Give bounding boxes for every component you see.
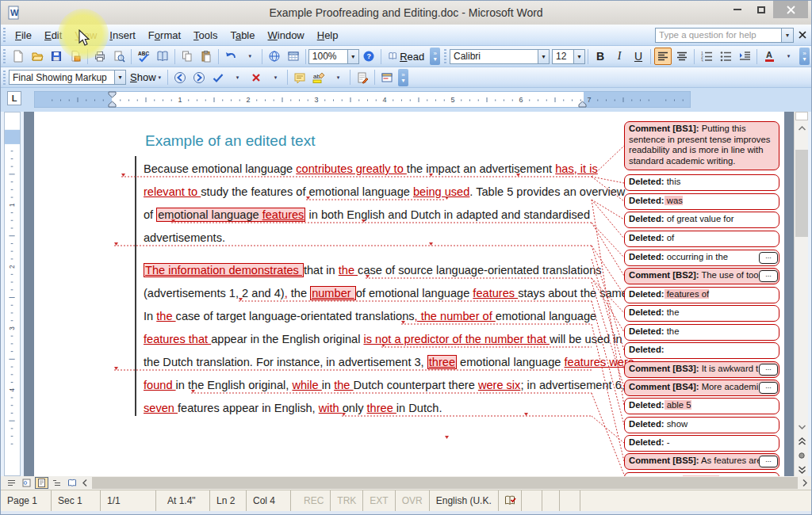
menu-item-window[interactable]: Window [262,27,311,44]
menu-item-help[interactable]: Help [311,27,345,44]
numbering-button[interactable]: 123 [698,48,715,65]
next-page-button[interactable] [795,464,808,476]
font-size-select[interactable]: 12 ▾ [552,49,585,64]
minimize-button[interactable] [726,1,749,18]
spelling-grammar-button[interactable]: ABC [135,48,152,65]
bold-button[interactable]: B [592,48,609,65]
deleted-balloon[interactable]: Deleted: features of [624,287,779,303]
deleted-balloon[interactable]: Deleted: the [624,324,779,341]
comment-anchor[interactable]: The information demonstrates [144,263,304,277]
balloon-more-button[interactable]: ... [759,252,778,264]
align-center-button[interactable] [673,48,691,65]
font-color-dropdown-arrow[interactable]: ▾ [779,48,797,65]
comment-balloon[interactable]: Comment [BS5]: As features are... [624,453,779,470]
next-change-button[interactable] [190,69,208,86]
scroll-right-button[interactable] [799,477,811,489]
underline-button[interactable]: U [630,48,647,65]
balloon-more-button[interactable]: ... [759,456,778,467]
help-button[interactable]: ? [360,48,377,65]
normal-view-button[interactable] [5,477,18,489]
font-select[interactable]: Calibri ▾ [450,49,550,64]
reviewing-toolbar-grip[interactable] [3,71,6,85]
previous-page-button[interactable] [795,435,808,448]
help-dropdown-arrow[interactable]: ▾ [782,28,794,43]
horizontal-ruler[interactable]: 1234567 [34,91,691,108]
scroll-down-button[interactable] [795,421,808,433]
maximize-button[interactable] [749,1,773,18]
menubar-close-icon[interactable] [799,31,806,39]
deleted-balloon[interactable]: Deleted: this [624,174,779,191]
menu-item-edit[interactable]: Edit [38,27,68,44]
formatting-toolbar-grip[interactable] [444,49,446,63]
scroll-left-button[interactable] [79,477,91,489]
comment-balloon[interactable]: Comment [BS1]: Putting this sentence in … [624,121,779,170]
comment-anchor[interactable]: three [427,355,457,369]
comment-balloon[interactable]: Comment [BS4]: More academi... [624,380,779,396]
bullets-button[interactable] [717,48,734,65]
status-rec-toggle[interactable]: REC [297,490,331,511]
deleted-balloon[interactable]: Deleted: of [624,231,779,247]
zoom-select[interactable]: 100% ▾ [308,49,359,64]
paste-button[interactable] [197,48,215,65]
reject-change-button[interactable] [247,69,265,86]
vertical-scroll-thumb[interactable] [795,150,808,237]
web-layout-view-button[interactable] [20,477,33,489]
paragraph[interactable]: The information demonstrates that in the… [144,259,637,420]
toolbar-options-chevron[interactable]: »▾ [430,48,440,65]
open-button[interactable] [29,48,46,65]
help-question-input[interactable] [655,28,782,43]
scroll-up-button[interactable] [795,122,808,135]
undo-dropdown-arrow[interactable]: ▾ [241,48,259,65]
reject-change-dropdown[interactable]: ▾ [266,69,284,86]
display-for-review-select[interactable]: Final Showing Markup ▾ [9,70,126,85]
accept-change-button[interactable] [209,69,227,86]
deleted-balloon[interactable]: Deleted: show [624,417,779,433]
deleted-balloon[interactable]: Deleted: [624,342,779,359]
menu-item-insert[interactable]: Insert [103,27,142,44]
deleted-balloon[interactable]: Deleted: occurring in the... [624,250,779,266]
reading-layout-view-button[interactable] [65,477,79,489]
paragraph[interactable]: Because emotional language contributes g… [144,158,637,250]
print-preview-button[interactable] [110,48,128,65]
reviewing-pane-button[interactable] [378,69,396,86]
research-button[interactable] [154,48,171,65]
comment-anchor[interactable]: emotional language features [156,208,305,222]
deleted-balloon[interactable]: Deleted: was [624,193,779,210]
insert-hyperlink-button[interactable] [266,48,283,65]
toolbar-options-chevron[interactable]: »▾ [398,69,408,86]
deleted-balloon[interactable]: Deleted: - [624,435,779,452]
print-layout-view-button[interactable] [35,477,48,489]
deleted-balloon[interactable]: Deleted: able 5 [624,398,779,414]
spelling-status-icon[interactable] [499,490,522,511]
menu-item-file[interactable]: File [9,27,38,44]
status-ovr-toggle[interactable]: OVR [396,490,430,511]
font-color-button[interactable]: A [760,48,778,65]
status-trk-toggle[interactable]: TRK [331,490,363,511]
balloon-more-button[interactable]: ... [759,270,778,282]
vertical-scrollbar[interactable] [794,112,808,476]
increase-indent-button[interactable] [736,48,753,65]
show-menu-button[interactable]: Show▾ [126,70,165,85]
accept-change-dropdown[interactable]: ▾ [228,69,246,86]
track-changes-button[interactable] [354,69,371,86]
standard-toolbar-grip[interactable] [3,49,6,63]
select-browse-object-button[interactable] [795,449,808,462]
save-button[interactable] [48,48,65,65]
read-button[interactable]: Read [385,48,427,65]
deleted-balloon[interactable]: Deleted: the [624,305,779,322]
close-button[interactable] [773,1,808,18]
copy-button[interactable] [178,48,196,65]
menu-item-tools[interactable]: Tools [187,27,224,44]
insert-comment-button[interactable] [291,69,308,86]
horizontal-scroll-track[interactable] [92,477,798,489]
insert-table-button[interactable] [285,48,302,65]
previous-change-button[interactable] [171,69,189,86]
permission-button[interactable] [67,48,84,65]
menu-item-table[interactable]: Table [224,27,261,44]
balloon-more-button[interactable]: ... [759,364,778,376]
balloon-more-button[interactable]: ... [759,382,778,394]
highlight-button[interactable]: ab [310,69,327,86]
status-ext-toggle[interactable]: EXT [363,490,395,511]
tab-selector[interactable]: L [7,91,21,105]
comment-balloon[interactable]: Comment [BS3]: It is awkward t... [624,361,779,378]
